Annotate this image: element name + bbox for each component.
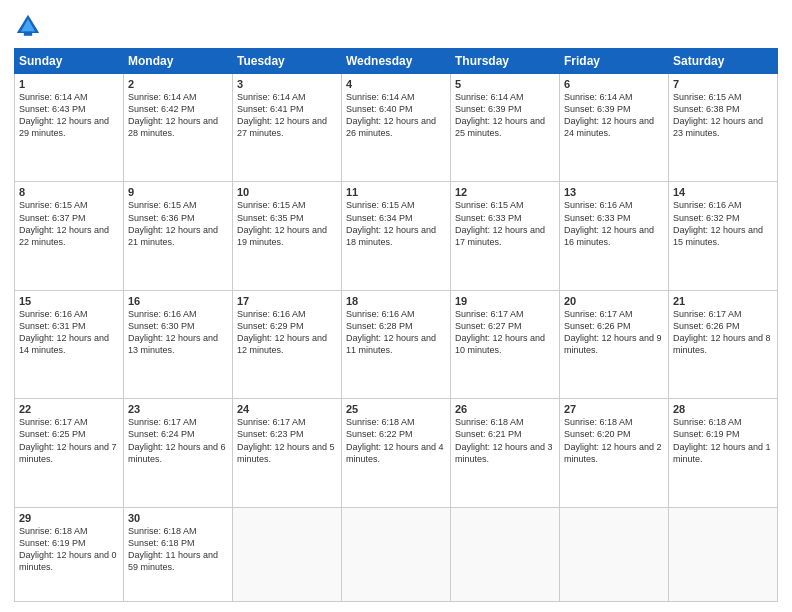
day-number: 10 [237, 186, 337, 198]
day-info: Sunrise: 6:17 AM Sunset: 6:27 PM Dayligh… [455, 308, 555, 357]
day-info: Sunrise: 6:18 AM Sunset: 6:18 PM Dayligh… [128, 525, 228, 574]
day-info: Sunrise: 6:17 AM Sunset: 6:23 PM Dayligh… [237, 416, 337, 465]
day-cell-11: 11 Sunrise: 6:15 AM Sunset: 6:34 PM Dayl… [342, 182, 451, 290]
day-number: 2 [128, 78, 228, 90]
day-cell-2: 2 Sunrise: 6:14 AM Sunset: 6:42 PM Dayli… [124, 74, 233, 182]
day-info: Sunrise: 6:16 AM Sunset: 6:28 PM Dayligh… [346, 308, 446, 357]
day-info: Sunrise: 6:16 AM Sunset: 6:29 PM Dayligh… [237, 308, 337, 357]
day-cell-17: 17 Sunrise: 6:16 AM Sunset: 6:29 PM Dayl… [233, 290, 342, 398]
day-cell-9: 9 Sunrise: 6:15 AM Sunset: 6:36 PM Dayli… [124, 182, 233, 290]
column-header-wednesday: Wednesday [342, 49, 451, 74]
day-cell-26: 26 Sunrise: 6:18 AM Sunset: 6:21 PM Dayl… [451, 399, 560, 507]
day-number: 30 [128, 512, 228, 524]
day-number: 13 [564, 186, 664, 198]
day-info: Sunrise: 6:16 AM Sunset: 6:30 PM Dayligh… [128, 308, 228, 357]
day-number: 14 [673, 186, 773, 198]
day-cell-8: 8 Sunrise: 6:15 AM Sunset: 6:37 PM Dayli… [15, 182, 124, 290]
day-cell-20: 20 Sunrise: 6:17 AM Sunset: 6:26 PM Dayl… [560, 290, 669, 398]
day-cell-13: 13 Sunrise: 6:16 AM Sunset: 6:33 PM Dayl… [560, 182, 669, 290]
day-cell-27: 27 Sunrise: 6:18 AM Sunset: 6:20 PM Dayl… [560, 399, 669, 507]
day-number: 15 [19, 295, 119, 307]
day-info: Sunrise: 6:14 AM Sunset: 6:39 PM Dayligh… [455, 91, 555, 140]
column-header-monday: Monday [124, 49, 233, 74]
day-cell-30: 30 Sunrise: 6:18 AM Sunset: 6:18 PM Dayl… [124, 507, 233, 601]
column-header-tuesday: Tuesday [233, 49, 342, 74]
day-info: Sunrise: 6:14 AM Sunset: 6:41 PM Dayligh… [237, 91, 337, 140]
day-info: Sunrise: 6:15 AM Sunset: 6:33 PM Dayligh… [455, 199, 555, 248]
day-number: 25 [346, 403, 446, 415]
day-cell-29: 29 Sunrise: 6:18 AM Sunset: 6:19 PM Dayl… [15, 507, 124, 601]
logo [14, 12, 46, 40]
day-number: 5 [455, 78, 555, 90]
day-number: 27 [564, 403, 664, 415]
day-number: 1 [19, 78, 119, 90]
day-info: Sunrise: 6:17 AM Sunset: 6:26 PM Dayligh… [673, 308, 773, 357]
day-info: Sunrise: 6:17 AM Sunset: 6:26 PM Dayligh… [564, 308, 664, 357]
svg-rect-2 [24, 32, 32, 36]
empty-cell [560, 507, 669, 601]
day-info: Sunrise: 6:14 AM Sunset: 6:40 PM Dayligh… [346, 91, 446, 140]
empty-cell [342, 507, 451, 601]
empty-cell [233, 507, 342, 601]
day-number: 29 [19, 512, 119, 524]
day-info: Sunrise: 6:14 AM Sunset: 6:43 PM Dayligh… [19, 91, 119, 140]
day-cell-12: 12 Sunrise: 6:15 AM Sunset: 6:33 PM Dayl… [451, 182, 560, 290]
day-info: Sunrise: 6:15 AM Sunset: 6:38 PM Dayligh… [673, 91, 773, 140]
day-info: Sunrise: 6:15 AM Sunset: 6:37 PM Dayligh… [19, 199, 119, 248]
day-number: 22 [19, 403, 119, 415]
day-cell-4: 4 Sunrise: 6:14 AM Sunset: 6:40 PM Dayli… [342, 74, 451, 182]
day-cell-7: 7 Sunrise: 6:15 AM Sunset: 6:38 PM Dayli… [669, 74, 778, 182]
day-number: 11 [346, 186, 446, 198]
day-info: Sunrise: 6:14 AM Sunset: 6:42 PM Dayligh… [128, 91, 228, 140]
day-number: 7 [673, 78, 773, 90]
day-cell-1: 1 Sunrise: 6:14 AM Sunset: 6:43 PM Dayli… [15, 74, 124, 182]
day-number: 4 [346, 78, 446, 90]
day-info: Sunrise: 6:15 AM Sunset: 6:36 PM Dayligh… [128, 199, 228, 248]
day-info: Sunrise: 6:17 AM Sunset: 6:24 PM Dayligh… [128, 416, 228, 465]
column-header-sunday: Sunday [15, 49, 124, 74]
day-number: 28 [673, 403, 773, 415]
day-cell-28: 28 Sunrise: 6:18 AM Sunset: 6:19 PM Dayl… [669, 399, 778, 507]
day-cell-16: 16 Sunrise: 6:16 AM Sunset: 6:30 PM Dayl… [124, 290, 233, 398]
day-cell-22: 22 Sunrise: 6:17 AM Sunset: 6:25 PM Dayl… [15, 399, 124, 507]
day-number: 8 [19, 186, 119, 198]
day-number: 18 [346, 295, 446, 307]
column-header-friday: Friday [560, 49, 669, 74]
day-cell-3: 3 Sunrise: 6:14 AM Sunset: 6:41 PM Dayli… [233, 74, 342, 182]
empty-cell [669, 507, 778, 601]
day-cell-21: 21 Sunrise: 6:17 AM Sunset: 6:26 PM Dayl… [669, 290, 778, 398]
day-info: Sunrise: 6:18 AM Sunset: 6:21 PM Dayligh… [455, 416, 555, 465]
column-header-saturday: Saturday [669, 49, 778, 74]
day-cell-14: 14 Sunrise: 6:16 AM Sunset: 6:32 PM Dayl… [669, 182, 778, 290]
day-number: 21 [673, 295, 773, 307]
day-info: Sunrise: 6:17 AM Sunset: 6:25 PM Dayligh… [19, 416, 119, 465]
day-cell-23: 23 Sunrise: 6:17 AM Sunset: 6:24 PM Dayl… [124, 399, 233, 507]
day-number: 26 [455, 403, 555, 415]
day-number: 6 [564, 78, 664, 90]
day-info: Sunrise: 6:16 AM Sunset: 6:31 PM Dayligh… [19, 308, 119, 357]
page: SundayMondayTuesdayWednesdayThursdayFrid… [0, 0, 792, 612]
logo-icon [14, 12, 42, 40]
day-info: Sunrise: 6:16 AM Sunset: 6:33 PM Dayligh… [564, 199, 664, 248]
day-cell-15: 15 Sunrise: 6:16 AM Sunset: 6:31 PM Dayl… [15, 290, 124, 398]
day-cell-6: 6 Sunrise: 6:14 AM Sunset: 6:39 PM Dayli… [560, 74, 669, 182]
calendar-table: SundayMondayTuesdayWednesdayThursdayFrid… [14, 48, 778, 602]
day-cell-24: 24 Sunrise: 6:17 AM Sunset: 6:23 PM Dayl… [233, 399, 342, 507]
day-number: 9 [128, 186, 228, 198]
day-info: Sunrise: 6:18 AM Sunset: 6:19 PM Dayligh… [673, 416, 773, 465]
day-number: 23 [128, 403, 228, 415]
header [14, 12, 778, 40]
day-number: 24 [237, 403, 337, 415]
day-info: Sunrise: 6:15 AM Sunset: 6:35 PM Dayligh… [237, 199, 337, 248]
day-cell-5: 5 Sunrise: 6:14 AM Sunset: 6:39 PM Dayli… [451, 74, 560, 182]
day-number: 20 [564, 295, 664, 307]
day-cell-25: 25 Sunrise: 6:18 AM Sunset: 6:22 PM Dayl… [342, 399, 451, 507]
empty-cell [451, 507, 560, 601]
day-number: 17 [237, 295, 337, 307]
day-info: Sunrise: 6:14 AM Sunset: 6:39 PM Dayligh… [564, 91, 664, 140]
day-info: Sunrise: 6:16 AM Sunset: 6:32 PM Dayligh… [673, 199, 773, 248]
day-cell-18: 18 Sunrise: 6:16 AM Sunset: 6:28 PM Dayl… [342, 290, 451, 398]
day-cell-19: 19 Sunrise: 6:17 AM Sunset: 6:27 PM Dayl… [451, 290, 560, 398]
day-info: Sunrise: 6:15 AM Sunset: 6:34 PM Dayligh… [346, 199, 446, 248]
day-cell-10: 10 Sunrise: 6:15 AM Sunset: 6:35 PM Dayl… [233, 182, 342, 290]
